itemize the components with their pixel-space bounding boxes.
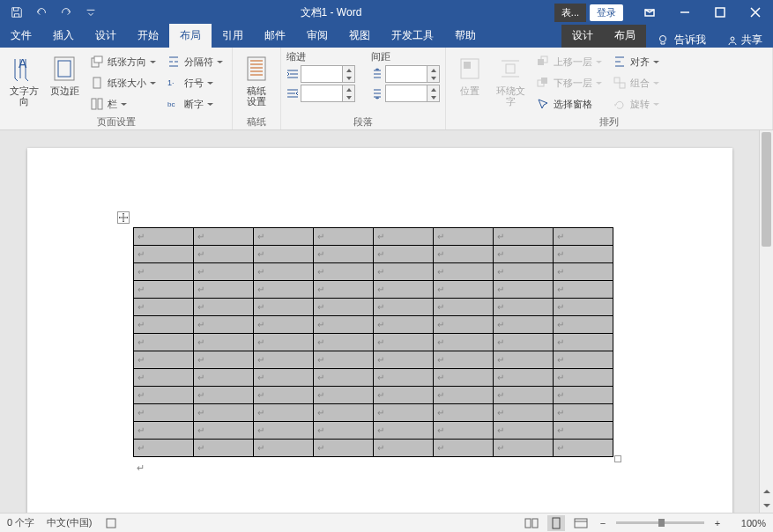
breaks-button[interactable]: 分隔符: [163, 52, 227, 71]
table-cell[interactable]: ↵: [373, 334, 433, 351]
table-cell[interactable]: ↵: [553, 404, 613, 422]
share-button[interactable]: 共享: [717, 33, 773, 48]
table-cell[interactable]: ↵: [433, 387, 493, 404]
web-layout-button[interactable]: [572, 515, 590, 531]
table-cell[interactable]: ↵: [253, 422, 313, 440]
table-cell[interactable]: ↵: [133, 369, 193, 387]
table-cell[interactable]: ↵: [373, 316, 433, 334]
send-backward-button[interactable]: 下移一层: [532, 73, 606, 92]
table-cell[interactable]: ↵: [193, 369, 253, 387]
table-cell[interactable]: ↵: [373, 387, 433, 404]
table-cell[interactable]: ↵: [493, 246, 553, 263]
table-cell[interactable]: ↵: [253, 316, 313, 334]
print-layout-button[interactable]: [547, 515, 565, 531]
table-cell[interactable]: ↵: [553, 228, 613, 246]
document-scroll[interactable]: ↵↵↵↵↵↵↵↵↵↵↵↵↵↵↵↵↵↵↵↵↵↵↵↵↵↵↵↵↵↵↵↵↵↵↵↵↵↵↵↵…: [0, 130, 759, 513]
table-cell[interactable]: ↵: [373, 404, 433, 422]
table-cell[interactable]: ↵: [193, 422, 253, 440]
table-cell[interactable]: ↵: [193, 281, 253, 299]
minimize-button[interactable]: [667, 0, 702, 25]
draft-settings-button[interactable]: 稿纸设置: [238, 50, 275, 115]
table-cell[interactable]: ↵: [493, 316, 553, 334]
table-cell[interactable]: ↵: [313, 404, 373, 422]
position-button[interactable]: 位置: [451, 50, 488, 115]
ctx-tab-design[interactable]: 设计: [561, 24, 604, 48]
tab-view[interactable]: 视图: [338, 24, 381, 48]
ctx-tab-layout[interactable]: 布局: [604, 24, 646, 48]
tell-me[interactable]: 告诉我: [646, 33, 717, 48]
selection-pane-button[interactable]: 选择窗格: [532, 94, 606, 114]
table-cell[interactable]: ↵: [553, 440, 613, 457]
table-cell[interactable]: ↵: [373, 440, 433, 457]
table-cell[interactable]: ↵: [493, 440, 553, 457]
table-cell[interactable]: ↵: [193, 404, 253, 422]
table-cell[interactable]: ↵: [553, 299, 613, 316]
table-cell[interactable]: ↵: [313, 228, 373, 246]
table-cell[interactable]: ↵: [553, 246, 613, 263]
table-cell[interactable]: ↵: [493, 369, 553, 387]
table-cell[interactable]: ↵: [553, 387, 613, 404]
tab-home[interactable]: 开始: [127, 24, 169, 48]
table-cell[interactable]: ↵: [433, 281, 493, 299]
table-cell[interactable]: ↵: [133, 228, 193, 246]
scroll-up-arrow[interactable]: [760, 484, 773, 499]
table-cell[interactable]: ↵: [253, 299, 313, 316]
table-cell[interactable]: ↵: [553, 281, 613, 299]
table-cell[interactable]: ↵: [313, 246, 373, 263]
table-cell[interactable]: ↵: [553, 351, 613, 369]
table-cell[interactable]: ↵: [373, 228, 433, 246]
table-cell[interactable]: ↵: [373, 263, 433, 281]
line-numbers-button[interactable]: 1·行号: [163, 73, 227, 92]
table-cell[interactable]: ↵: [193, 246, 253, 263]
hyphenation-button[interactable]: bc断字: [163, 94, 227, 114]
login-button[interactable]: 登录: [590, 4, 623, 21]
table-cell[interactable]: ↵: [493, 422, 553, 440]
table-cell[interactable]: ↵: [253, 281, 313, 299]
table-cell[interactable]: ↵: [313, 263, 373, 281]
table-cell[interactable]: ↵: [313, 281, 373, 299]
table-cell[interactable]: ↵: [493, 387, 553, 404]
table-cell[interactable]: ↵: [553, 263, 613, 281]
maximize-button[interactable]: [702, 0, 738, 25]
table-cell[interactable]: ↵: [253, 440, 313, 457]
vertical-scrollbar[interactable]: [759, 130, 773, 513]
table-cell[interactable]: ↵: [313, 422, 373, 440]
table-cell[interactable]: ↵: [433, 334, 493, 351]
table-cell[interactable]: ↵: [553, 422, 613, 440]
table-cell[interactable]: ↵: [373, 351, 433, 369]
table-cell[interactable]: ↵: [493, 299, 553, 316]
table-cell[interactable]: ↵: [193, 228, 253, 246]
tab-insert[interactable]: 插入: [42, 24, 85, 48]
table-cell[interactable]: ↵: [133, 246, 193, 263]
table-cell[interactable]: ↵: [313, 351, 373, 369]
table-cell[interactable]: ↵: [193, 299, 253, 316]
table-cell[interactable]: ↵: [493, 404, 553, 422]
orientation-button[interactable]: 纸张方向: [86, 52, 160, 71]
table-cell[interactable]: ↵: [193, 263, 253, 281]
tab-mail[interactable]: 邮件: [254, 24, 296, 48]
table-cell[interactable]: ↵: [133, 422, 193, 440]
table-cell[interactable]: ↵: [133, 387, 193, 404]
zoom-level[interactable]: 100%: [731, 518, 766, 528]
table-cell[interactable]: ↵: [253, 369, 313, 387]
table-cell[interactable]: ↵: [433, 351, 493, 369]
zoom-slider[interactable]: [616, 521, 704, 524]
table-cell[interactable]: ↵: [193, 316, 253, 334]
table-cell[interactable]: ↵: [133, 316, 193, 334]
table-cell[interactable]: ↵: [253, 246, 313, 263]
tab-devtools[interactable]: 开发工具: [381, 24, 444, 48]
tab-design[interactable]: 设计: [85, 24, 127, 48]
table-cell[interactable]: ↵: [433, 299, 493, 316]
redo-button[interactable]: [55, 2, 78, 23]
table-cell[interactable]: ↵: [253, 387, 313, 404]
table-cell[interactable]: ↵: [493, 281, 553, 299]
table-cell[interactable]: ↵: [433, 246, 493, 263]
table-cell[interactable]: ↵: [433, 369, 493, 387]
table-cell[interactable]: ↵: [193, 351, 253, 369]
qat-customize[interactable]: [79, 2, 102, 23]
table-cell[interactable]: ↵: [193, 387, 253, 404]
group-button[interactable]: 组合: [609, 73, 663, 92]
tab-references[interactable]: 引用: [212, 24, 254, 48]
table-cell[interactable]: ↵: [553, 316, 613, 334]
space-before-input[interactable]: [385, 65, 440, 83]
